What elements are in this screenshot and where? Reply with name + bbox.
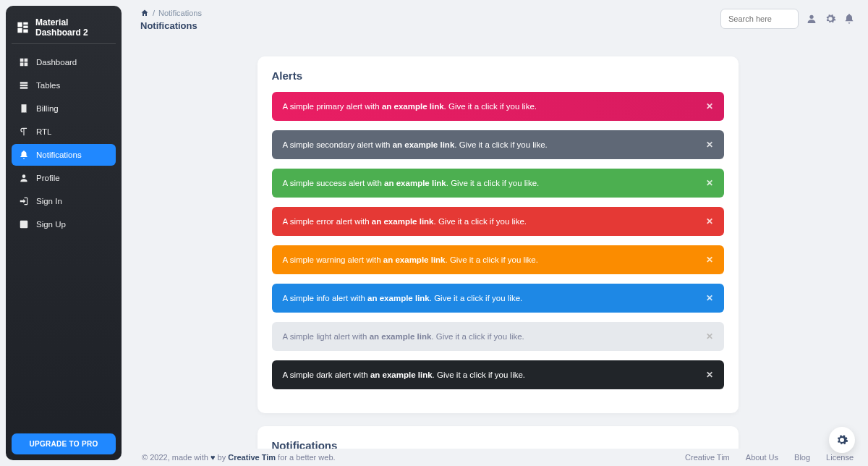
notifications-card: Notifications Notifications on this page… <box>258 426 739 449</box>
footer-link[interactable]: License <box>826 453 854 462</box>
footer-link[interactable]: Creative Tim <box>685 453 730 462</box>
alert-link[interactable]: an example link <box>393 140 455 149</box>
svg-point-1 <box>809 15 813 19</box>
alert-secondary: A simple secondary alert with an example… <box>272 130 724 159</box>
footer-author[interactable]: Creative Tim <box>228 453 276 462</box>
sidebar-item-label: Notifications <box>36 151 82 159</box>
close-icon[interactable]: ✕ <box>706 101 713 111</box>
alert-text: A simple error alert with an example lin… <box>283 217 527 226</box>
footer-link[interactable]: About Us <box>746 453 778 462</box>
close-icon[interactable]: ✕ <box>706 331 713 342</box>
svg-point-0 <box>22 174 26 178</box>
sidebar-item-label: RTL <box>36 127 52 136</box>
alerts-card: Alerts A simple primary alert with an ex… <box>258 56 739 413</box>
logo-icon <box>16 20 30 35</box>
sidebar-item-dashboard[interactable]: Dashboard <box>12 51 116 73</box>
brand-text: Material Dashboard 2 <box>35 17 111 38</box>
alerts-title: Alerts <box>272 69 724 82</box>
alert-link[interactable]: an example link <box>372 217 434 226</box>
brand[interactable]: Material Dashboard 2 <box>12 12 116 44</box>
alert-info: A simple info alert with an example link… <box>272 284 724 313</box>
footer-post: for a better web. <box>276 453 336 462</box>
breadcrumb: / Notifications <box>140 9 202 17</box>
gear-icon <box>835 433 848 446</box>
main: / Notifications Notifications Alerts A s… <box>127 0 868 466</box>
alert-link[interactable]: an example link <box>367 294 430 302</box>
page-title: Notifications <box>140 20 202 31</box>
alert-text: A simple warning alert with an example l… <box>283 255 538 264</box>
sidebar-item-tables[interactable]: Tables <box>12 75 116 96</box>
search-input[interactable] <box>720 9 799 29</box>
table-icon <box>19 80 29 90</box>
close-icon[interactable]: ✕ <box>706 216 713 226</box>
dashboard-icon <box>19 57 29 67</box>
upgrade-button[interactable]: UPGRADE TO PRO <box>12 433 116 454</box>
sidebar-item-label: Sign In <box>36 197 62 206</box>
alert-text: A simple success alert with an example l… <box>283 179 540 187</box>
gear-icon[interactable] <box>825 13 836 25</box>
rtl-icon <box>19 127 29 137</box>
alert-error: A simple error alert with an example lin… <box>272 207 724 236</box>
breadcrumb-page: Notifications <box>158 9 202 17</box>
alert-success: A simple success alert with an example l… <box>272 169 724 198</box>
sidebar-item-profile[interactable]: Profile <box>12 167 116 189</box>
receipt-icon <box>19 103 29 114</box>
notifications-title: Notifications <box>272 439 724 449</box>
alert-warning: A simple warning alert with an example l… <box>272 245 724 274</box>
nav: DashboardTablesBillingRTLNotificationsPr… <box>12 51 116 235</box>
person-icon <box>19 173 29 183</box>
bell-icon <box>19 150 29 160</box>
close-icon[interactable]: ✕ <box>706 140 713 150</box>
assignment-icon <box>19 219 29 229</box>
sidebar-item-label: Dashboard <box>36 58 77 67</box>
sidebar-item-notifications[interactable]: Notifications <box>12 144 116 166</box>
close-icon[interactable]: ✕ <box>706 370 713 380</box>
footer-link[interactable]: Blog <box>794 453 810 462</box>
sidebar-item-sign-in[interactable]: Sign In <box>12 190 116 212</box>
close-icon[interactable]: ✕ <box>706 255 713 265</box>
alert-text: A simple secondary alert with an example… <box>283 140 548 149</box>
alert-text: A simple info alert with an example link… <box>283 294 523 302</box>
alert-link[interactable]: an example link <box>384 179 446 187</box>
login-icon <box>19 196 29 206</box>
alert-text: A simple light alert with an example lin… <box>283 332 524 341</box>
settings-fab[interactable] <box>829 427 855 453</box>
footer: © 2022, made with ♥ by Creative Tim for … <box>127 449 868 466</box>
close-icon[interactable]: ✕ <box>706 178 713 188</box>
footer-pre: © 2022, made with <box>142 453 210 462</box>
topbar: / Notifications Notifications <box>127 9 868 31</box>
alert-link[interactable]: an example link <box>382 102 444 111</box>
sidebar-item-label: Profile <box>36 174 60 182</box>
breadcrumb-sep: / <box>153 9 155 17</box>
alert-primary: A simple primary alert with an example l… <box>272 92 724 121</box>
topbar-right <box>720 9 855 29</box>
content: Alerts A simple primary alert with an ex… <box>127 31 868 449</box>
alert-text: A simple dark alert with an example link… <box>283 370 526 379</box>
alert-dark: A simple dark alert with an example link… <box>272 360 724 389</box>
close-icon[interactable]: ✕ <box>706 293 713 303</box>
sidebar-item-sign-up[interactable]: Sign Up <box>12 213 116 235</box>
footer-by: by <box>215 453 228 462</box>
sidebar-item-billing[interactable]: Billing <box>12 98 116 119</box>
account-icon[interactable] <box>806 13 817 25</box>
alert-link[interactable]: an example link <box>370 332 432 341</box>
alert-link[interactable]: an example link <box>383 255 446 264</box>
alert-link[interactable]: an example link <box>370 370 433 379</box>
home-icon[interactable] <box>140 9 149 17</box>
sidebar-item-label: Billing <box>36 104 59 113</box>
sidebar-item-label: Sign Up <box>36 220 66 229</box>
bell-icon[interactable] <box>843 13 855 25</box>
sidebar-item-rtl[interactable]: RTL <box>12 121 116 143</box>
alert-text: A simple primary alert with an example l… <box>283 102 537 111</box>
alert-light: A simple light alert with an example lin… <box>272 322 724 351</box>
sidebar-item-label: Tables <box>36 81 60 90</box>
sidebar: Material Dashboard 2 DashboardTablesBill… <box>6 6 122 460</box>
